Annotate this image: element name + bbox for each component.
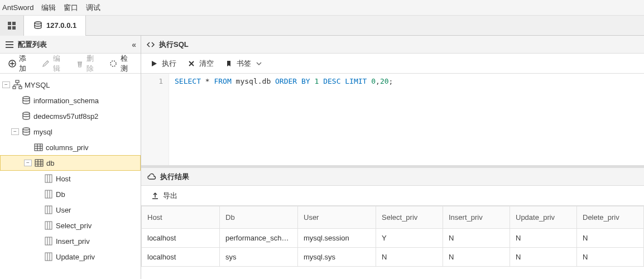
table-row[interactable]: localhostperformance_schemamysql.session… xyxy=(142,229,644,248)
add-button[interactable]: 添加 xyxy=(3,51,36,76)
bookmark-label: 书签 xyxy=(237,59,251,69)
database-icon xyxy=(21,127,31,137)
tree-column[interactable]: Db xyxy=(0,186,141,202)
collapse-icon[interactable]: « xyxy=(132,40,136,49)
table-header[interactable]: Update_priv xyxy=(510,206,577,229)
database-icon xyxy=(33,21,43,31)
tree-db[interactable]: information_schema xyxy=(0,93,141,108)
tree-column[interactable]: Insert_priv xyxy=(0,233,141,249)
column-icon xyxy=(44,252,54,262)
toggle-icon[interactable]: − xyxy=(11,128,19,135)
table-label: columns_priv xyxy=(46,143,89,152)
database-icon xyxy=(21,111,31,121)
sql-toolbar: 执行 清空 书签 xyxy=(141,54,644,74)
export-button[interactable]: 导出 xyxy=(146,189,182,203)
column-label: Update_priv xyxy=(56,253,95,261)
bookmark-button[interactable]: 书签 xyxy=(219,56,268,71)
grid-icon xyxy=(7,21,17,31)
tree-root[interactable]: − MYSQL xyxy=(0,77,141,93)
table-cell: localhost xyxy=(142,248,220,267)
svg-rect-21 xyxy=(45,222,52,229)
tab-home[interactable] xyxy=(0,16,24,36)
sql-editor[interactable]: 1 SELECT * FROM mysql.db ORDER BY 1 DESC… xyxy=(141,74,644,166)
menu-app[interactable]: AntSword xyxy=(2,3,33,12)
tab-host[interactable]: 127.0.0.1 xyxy=(24,16,86,36)
svg-rect-1 xyxy=(12,22,16,25)
column-label: Host xyxy=(56,175,71,183)
run-button[interactable]: 执行 xyxy=(145,56,181,71)
code-area[interactable]: SELECT * FROM mysql.db ORDER BY 1 DESC L… xyxy=(169,74,644,165)
sidebar: 配置列表 « 添加 编辑 删除 检测 − xyxy=(0,36,141,279)
content: 执行SQL 执行 清空 书签 1 SELECT * FROM mysql.db … xyxy=(141,36,644,279)
db-label: mysql xyxy=(33,128,52,136)
tree-db[interactable]: dedecmsv57utf8sp2 xyxy=(0,108,141,124)
run-label: 执行 xyxy=(162,59,176,69)
toggle-icon xyxy=(33,191,41,198)
table-cell: N xyxy=(577,229,644,248)
tree-table-db[interactable]: − db xyxy=(0,155,141,171)
svg-point-4 xyxy=(35,22,41,24)
table-cell: performance_schema xyxy=(220,229,298,248)
svg-rect-11 xyxy=(13,86,16,89)
menu-debug[interactable]: 调试 xyxy=(86,3,100,13)
tree-table[interactable]: columns_priv xyxy=(0,140,141,155)
table-header[interactable]: Host xyxy=(142,206,220,229)
tree-column[interactable]: Host xyxy=(0,171,141,186)
tree-column[interactable]: User xyxy=(0,202,141,218)
svg-rect-12 xyxy=(19,86,22,89)
sidebar-title: 配置列表 xyxy=(18,40,47,50)
menu-window[interactable]: 窗口 xyxy=(64,3,78,13)
toggle-icon[interactable]: − xyxy=(24,160,32,166)
svg-rect-16 xyxy=(35,144,42,151)
column-icon xyxy=(44,205,54,215)
table-header[interactable]: User xyxy=(298,206,376,229)
column-icon xyxy=(44,189,54,199)
table-header[interactable]: Delete_priv xyxy=(577,206,644,229)
table-cell: Y xyxy=(376,229,443,248)
db-tree[interactable]: − MYSQL information_schema dedecmsv57utf… xyxy=(0,74,141,279)
svg-rect-10 xyxy=(16,80,19,83)
svg-rect-5 xyxy=(6,41,13,42)
column-label: User xyxy=(56,206,71,214)
close-icon xyxy=(186,59,196,69)
table-icon xyxy=(34,158,44,168)
probe-button[interactable]: 检测 xyxy=(105,51,138,76)
toggle-icon xyxy=(23,144,31,151)
root-label: MYSQL xyxy=(25,81,50,89)
toggle-icon[interactable]: − xyxy=(2,81,10,88)
column-icon xyxy=(44,220,54,230)
svg-point-13 xyxy=(23,97,30,99)
svg-rect-2 xyxy=(8,26,11,30)
add-label: 添加 xyxy=(19,54,31,74)
edit-label: 编辑 xyxy=(53,54,65,74)
toggle-icon xyxy=(33,222,41,229)
db-label: dedecmsv57utf8sp2 xyxy=(33,112,98,121)
toggle-icon xyxy=(33,175,41,182)
table-cell: N xyxy=(510,248,577,267)
main: 配置列表 « 添加 编辑 删除 检测 − xyxy=(0,36,644,279)
tree-column[interactable]: Update_priv xyxy=(0,249,141,264)
delete-button: 删除 xyxy=(71,51,104,76)
database-icon xyxy=(21,95,31,105)
sitemap-icon xyxy=(12,80,22,90)
plus-circle-icon xyxy=(8,59,16,69)
delete-label: 删除 xyxy=(86,54,99,74)
column-label: Insert_priv xyxy=(56,237,90,246)
tree-column[interactable]: Select_priv xyxy=(0,218,141,233)
svg-rect-6 xyxy=(6,44,13,45)
table-row[interactable]: localhostsysmysql.sysNNNN xyxy=(142,248,644,267)
clear-button[interactable]: 清空 xyxy=(182,56,218,71)
table-header[interactable]: Insert_priv xyxy=(443,206,510,229)
svg-point-15 xyxy=(23,128,30,130)
sql-header: 执行SQL xyxy=(141,36,644,54)
svg-point-14 xyxy=(23,112,30,114)
svg-rect-3 xyxy=(12,26,16,30)
svg-rect-0 xyxy=(8,22,11,25)
menu-edit[interactable]: 编辑 xyxy=(41,3,56,13)
table-header[interactable]: Db xyxy=(220,206,298,229)
tree-db-mysql[interactable]: − mysql xyxy=(0,124,141,140)
svg-rect-17 xyxy=(35,160,43,166)
svg-rect-18 xyxy=(45,175,52,182)
result-table[interactable]: HostDbUserSelect_privInsert_privUpdate_p… xyxy=(141,206,644,279)
table-header[interactable]: Select_priv xyxy=(376,206,443,229)
